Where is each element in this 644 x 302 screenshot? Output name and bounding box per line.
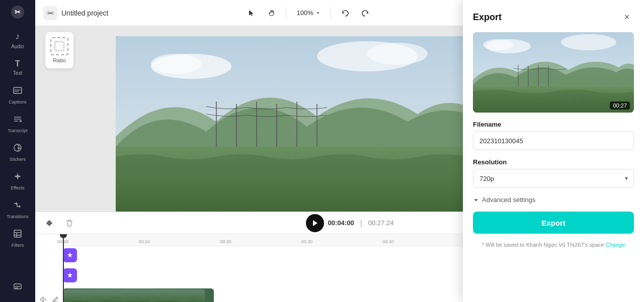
svg-point-57 [483,39,513,50]
svg-point-38 [367,43,428,65]
subtitles-icon [13,281,22,293]
app-logo[interactable]: ✂ [10,4,26,20]
ruler-30: 00:30 [301,239,313,244]
text-icon: T [15,59,20,68]
export-modal: Export × [463,0,644,302]
resolution-label: Resolution [473,158,634,166]
audio-icon: ♪ [16,31,20,42]
resolution-select-wrapper: 360p 480p 720p 1080p ▾ [473,169,634,188]
svg-point-58 [561,34,616,50]
modal-close-button[interactable]: × [620,10,634,24]
svg-point-36 [151,54,201,74]
video-clip[interactable] [63,288,214,302]
change-space-link[interactable]: Change [606,242,625,248]
ruler-40: 00:40 [383,239,394,244]
modal-export-button[interactable]: Export [473,212,634,234]
resolution-select[interactable]: 360p 480p 720p 1080p [473,169,634,188]
filename-input[interactable] [473,131,634,150]
sidebar: ✂ ♪ Audio T Text Captions Transcript [0,0,35,302]
redo-btn[interactable] [357,5,373,21]
filename-group: Filename [473,121,634,150]
stickers-icon [13,143,22,155]
svg-text:✂: ✂ [15,8,21,16]
track-controls-video [35,294,63,302]
transcript-icon [13,115,22,126]
svg-rect-10 [14,230,21,237]
ruler-10: 00:10 [138,239,150,244]
delete-tool[interactable] [61,215,77,231]
modal-header: Export × [473,10,634,24]
sticker-clip-2[interactable] [63,268,77,282]
volume-btn[interactable] [38,294,48,302]
ratio-label: Ratio [53,57,66,63]
svg-point-8 [20,120,22,122]
total-time: 00:27:24 [368,219,394,227]
edit-clip-btn[interactable] [50,294,60,302]
sidebar-item-audio[interactable]: ♪ Audio [3,27,33,53]
undo-btn[interactable] [337,5,353,21]
preview-thumbnail: 00:27 [473,32,634,113]
sidebar-item-stickers[interactable]: Stickers [3,139,33,166]
trim-tool[interactable] [41,215,57,231]
toolbar-divider [286,7,286,19]
time-divider: | [360,219,362,228]
project-name: Untitled project [61,9,108,17]
topbar-tools: 100% [114,5,502,21]
current-time: 00:04:00 [328,219,354,227]
filename-label: Filename [473,121,634,128]
ratio-icon [50,37,68,55]
hand-tool[interactable] [264,5,280,21]
svg-rect-2 [14,87,22,93]
modal-overlay: Export × [463,0,644,302]
playhead[interactable] [63,234,64,302]
sidebar-item-captions[interactable]: Captions [3,82,33,109]
topbar-logo [43,6,57,20]
sidebar-item-transitions[interactable]: Transitions [3,196,33,223]
advanced-settings-toggle[interactable]: Advanced settings [473,196,634,204]
effects-icon [13,172,22,183]
sidebar-item-transcript[interactable]: Transcript [3,111,33,137]
zoom-control[interactable]: 100% [292,7,324,19]
sidebar-item-effects[interactable]: Effects [3,168,33,194]
filters-icon [13,229,22,241]
ruler-20: 00:20 [220,239,231,244]
video-canvas [116,36,468,212]
transitions-icon [13,200,22,212]
sidebar-item-filters[interactable]: Filters [3,225,33,252]
project-info: Untitled project [43,6,108,20]
svg-rect-33 [55,42,64,51]
ratio-panel[interactable]: Ratio [45,32,73,68]
captions-icon [13,86,22,97]
play-button[interactable] [306,214,324,232]
save-note: * Will be saved to Khánh Ngọc Vũ Thị267'… [473,242,634,248]
video-duration: 00:27 [610,102,630,110]
resolution-group: Resolution 360p 480p 720p 1080p ▾ [473,158,634,188]
modal-title: Export [473,12,502,23]
sticker-clip-1[interactable] [63,248,77,262]
sidebar-item-subtitles[interactable] [3,277,33,297]
pointer-tool[interactable] [244,5,260,21]
sidebar-item-text[interactable]: T Text [3,55,33,80]
toolbar-divider2 [331,7,331,19]
